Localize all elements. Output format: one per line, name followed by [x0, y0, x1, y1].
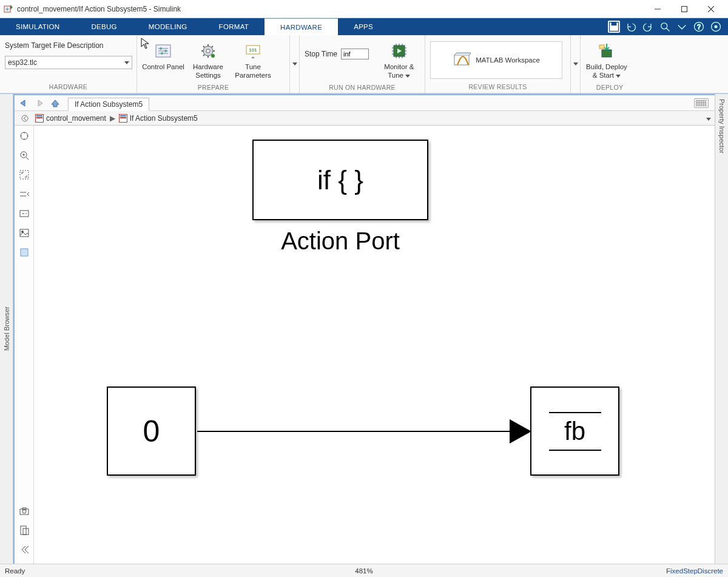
- svg-point-14: [206, 49, 210, 53]
- search-button[interactable]: [659, 21, 671, 33]
- titlebar: control_movement/If Action Subsystem5 - …: [0, 0, 728, 18]
- property-inspector-label: Property Inspector: [718, 99, 726, 154]
- svg-rect-21: [599, 45, 604, 49]
- annotation-tool[interactable]: [18, 207, 31, 220]
- tab-simulation[interactable]: SIMULATION: [0, 18, 75, 35]
- svg-rect-20: [602, 50, 612, 57]
- zoom-tool[interactable]: [18, 149, 31, 162]
- constant-value: 0: [143, 414, 160, 449]
- matlab-workspace-button[interactable]: MATLAB Workspace: [430, 41, 562, 79]
- camera-tool[interactable]: [18, 504, 31, 518]
- group-hardware-label: HARDWARE: [5, 82, 132, 93]
- fit-view-tool[interactable]: [18, 168, 31, 181]
- status-zoom[interactable]: 481%: [355, 567, 372, 575]
- tune-parameters-label: Tune Parameters: [232, 63, 274, 80]
- hardware-settings-button[interactable]: Hardware Settings: [187, 38, 229, 83]
- svg-point-4: [661, 23, 667, 29]
- chevron-down-icon: [124, 61, 129, 64]
- workspace-icon: [453, 50, 472, 70]
- group-deploy-label: DEPLOY: [585, 83, 634, 93]
- build-deploy-button[interactable]: Build, Deploy & Start: [585, 38, 628, 83]
- back-button[interactable]: [17, 97, 30, 109]
- model-canvas[interactable]: if { } Action Port 0 fb: [34, 126, 715, 564]
- window-title: control_movement/If Action Subsystem5 - …: [17, 5, 644, 13]
- undo-button[interactable]: [625, 21, 637, 33]
- forward-button[interactable]: [33, 97, 46, 109]
- matlab-workspace-label: MATLAB Workspace: [476, 56, 540, 64]
- subsystem-icon: [119, 114, 127, 123]
- svg-rect-25: [20, 170, 29, 179]
- svg-rect-1: [682, 6, 687, 12]
- model-info-tool[interactable]: [18, 524, 31, 537]
- statusbar: Ready 481% FixedStepDiscrete: [0, 564, 728, 577]
- monitor-tune-button[interactable]: Monitor & Tune: [378, 38, 420, 83]
- svg-point-10: [160, 47, 162, 50]
- control-panel-label: Control Panel: [142, 63, 184, 72]
- svg-point-12: [161, 52, 163, 55]
- svg-point-11: [164, 50, 167, 52]
- collapse-palette[interactable]: [18, 543, 31, 556]
- target-file-combo[interactable]: esp32.tlc: [5, 56, 132, 69]
- image-tool[interactable]: [18, 226, 31, 240]
- outport-label: fb: [564, 417, 585, 446]
- review-gallery-dropdown[interactable]: [571, 35, 581, 93]
- toggle-perspective-tool[interactable]: [18, 187, 31, 201]
- help-button[interactable]: ?: [693, 21, 705, 33]
- action-port-block[interactable]: if { }: [252, 140, 428, 220]
- svg-point-32: [22, 510, 26, 513]
- control-panel-button[interactable]: Control Panel: [142, 38, 184, 83]
- save-button[interactable]: [608, 21, 620, 33]
- chevron-right-icon: ▶: [110, 114, 115, 123]
- group-prepare-label: PREPARE: [142, 83, 285, 93]
- tab-modeling[interactable]: MODELING: [133, 18, 203, 35]
- redo-button[interactable]: [642, 21, 654, 33]
- model-icon: [35, 114, 44, 123]
- svg-text:101: 101: [249, 47, 257, 53]
- keyboard-icon[interactable]: [694, 98, 709, 108]
- minimize-button[interactable]: [644, 0, 671, 18]
- tab-debug[interactable]: DEBUG: [75, 18, 132, 35]
- property-inspector-panel[interactable]: Property Inspector: [715, 94, 728, 564]
- svg-point-22: [22, 115, 28, 121]
- tab-format[interactable]: FORMAT: [203, 18, 265, 35]
- outport-bottom-bar: [549, 450, 601, 451]
- svg-point-15: [211, 54, 215, 58]
- stop-time-input[interactable]: [341, 49, 369, 59]
- overflow-button[interactable]: [676, 21, 688, 33]
- tune-parameters-button[interactable]: 101 Tune Parameters: [232, 38, 274, 83]
- chevron-down-icon: [616, 75, 621, 78]
- fullscreen-button[interactable]: [710, 21, 722, 33]
- signal-line[interactable]: [197, 431, 530, 432]
- navigate-tool[interactable]: [18, 129, 31, 143]
- hardware-settings-label: Hardware Settings: [187, 63, 229, 80]
- close-button[interactable]: [698, 0, 724, 18]
- binary-icon: 101: [243, 41, 263, 61]
- up-button[interactable]: [49, 97, 62, 109]
- monitor-tune-label: Monitor & Tune: [378, 63, 420, 80]
- svg-rect-29: [21, 249, 28, 256]
- action-port-label: Action Port: [258, 228, 422, 255]
- simulink-icon: [4, 4, 13, 14]
- prepare-gallery-dropdown[interactable]: [290, 35, 300, 93]
- gear-icon: [198, 41, 218, 61]
- breadcrumb-dropdown[interactable]: [706, 114, 711, 123]
- status-solver[interactable]: FixedStepDiscrete: [666, 567, 723, 575]
- constant-block[interactable]: 0: [107, 386, 196, 476]
- breadcrumb-leaf[interactable]: If Action Subsystem5: [119, 114, 198, 123]
- model-browser-panel[interactable]: Model Browser: [0, 94, 13, 564]
- hide-browser-button[interactable]: [18, 112, 32, 124]
- svg-point-8: [715, 25, 718, 29]
- area-tool[interactable]: [18, 246, 31, 259]
- tab-hardware[interactable]: HARDWARE: [265, 18, 338, 35]
- maximize-button[interactable]: [671, 0, 698, 18]
- sliders-icon: [153, 41, 173, 61]
- tab-apps[interactable]: APPS: [338, 18, 389, 35]
- breadcrumb-root[interactable]: control_movement: [35, 114, 106, 123]
- toolstrip-tabs: SIMULATION DEBUG MODELING FORMAT HARDWAR…: [0, 18, 728, 35]
- target-file-label: System Target File Description: [5, 41, 104, 50]
- document-tab[interactable]: If Action Subsystem5: [68, 98, 149, 111]
- svg-text:?: ?: [697, 24, 701, 30]
- model-browser-label: Model Browser: [3, 306, 10, 351]
- outport-block[interactable]: fb: [530, 386, 619, 476]
- deploy-icon: [597, 41, 616, 61]
